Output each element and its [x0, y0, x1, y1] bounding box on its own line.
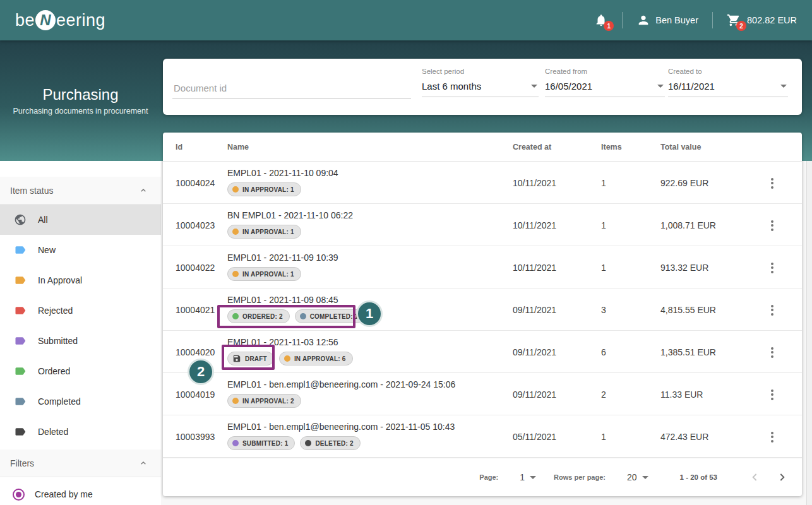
item-status-section-header[interactable]: Item status — [0, 177, 161, 205]
status-chip: IN APPROVAL: 1 — [227, 182, 301, 196]
table-row[interactable]: 10004024 EMPL01 - 2021-11-10 09:04 IN AP… — [163, 162, 802, 204]
row-actions-menu-button[interactable] — [765, 345, 779, 360]
status-dot-icon — [284, 355, 290, 362]
logo-n-icon: N — [35, 10, 56, 30]
page-label: Page: — [479, 473, 498, 481]
document-name: EMPL01 - 2021-11-10 09:04 — [227, 167, 338, 179]
sidebar-status-label: Submitted — [38, 336, 78, 346]
item-status-header-label: Item status — [10, 186, 53, 196]
document-id-cell: 10004022 — [176, 246, 215, 288]
document-name: EMPL01 - 2021-11-09 10:39 — [227, 252, 338, 263]
sidebar-item-completed[interactable]: Completed — [0, 386, 161, 417]
table-row[interactable]: 10004019 EMPL01 - ben.empl1@beneering.co… — [163, 373, 802, 415]
table-row[interactable]: 10003993 EMPL01 - ben.empl1@beneering.co… — [163, 415, 802, 458]
cart-icon-wrap: 2 — [727, 13, 741, 27]
next-page-button[interactable] — [774, 470, 789, 485]
cart-total: 802.82 EUR — [747, 15, 797, 25]
chevron-down-icon — [657, 85, 664, 88]
created-by-me-label: Created by me — [35, 489, 93, 499]
rows-per-page-select[interactable]: 20 — [627, 472, 650, 482]
row-actions-menu-button[interactable] — [765, 218, 779, 233]
items-count-cell: 1 — [601, 204, 606, 246]
row-actions-menu-button[interactable] — [765, 302, 779, 318]
scrollbar[interactable] — [806, 161, 812, 505]
sidebar-item-submitted[interactable]: Submitted — [0, 326, 161, 356]
filter-bar: Select period Last 6 months Created from… — [163, 59, 802, 115]
radio-checked-icon — [13, 489, 25, 501]
document-name: BN EMPL01 - 2021-11-10 06:22 — [227, 210, 353, 221]
total-value-cell: 913.32 EUR — [660, 246, 708, 288]
sidebar-item-new[interactable]: New — [0, 235, 161, 265]
sidebar-status-label: All — [38, 215, 48, 225]
total-value-cell: 1,008.71 EUR — [660, 204, 716, 246]
created-at-cell: 09/11/2021 — [513, 373, 556, 415]
table-header-row: Id Name Created at Items Total value — [163, 133, 802, 162]
sidebar-item-all[interactable]: All — [0, 205, 161, 235]
cart-button[interactable]: 2 802.82 EUR — [727, 13, 797, 27]
table-row[interactable]: 10004022 EMPL01 - 2021-11-09 10:39 IN AP… — [163, 246, 802, 288]
notifications-button[interactable]: 1 — [594, 13, 608, 27]
page-title: Purchasing — [0, 86, 161, 104]
total-value-cell: 1,385.51 EUR — [660, 331, 716, 373]
row-actions-menu-button[interactable] — [765, 260, 779, 275]
logo-text-left: be — [15, 11, 35, 30]
label-icon — [14, 274, 27, 287]
select-period-value: Last 6 months — [422, 81, 531, 92]
label-icon — [14, 365, 27, 377]
total-value-cell: 922.69 EUR — [660, 162, 708, 204]
topbar-divider — [622, 12, 623, 28]
created-at-cell: 09/11/2021 — [513, 288, 556, 331]
row-actions-menu-button[interactable] — [765, 175, 779, 191]
sidebar-item-ordered[interactable]: Ordered — [0, 356, 161, 386]
user-menu-button[interactable]: Ben Buyer — [636, 13, 698, 27]
annotation-badge-1: 1 — [356, 300, 383, 327]
created-from-datepicker[interactable]: Created from 16/05/2021 — [545, 68, 665, 105]
select-period-dropdown[interactable]: Select period Last 6 months — [422, 68, 539, 105]
filters-section-header[interactable]: Filters — [0, 449, 161, 477]
items-count-cell: 2 — [601, 373, 606, 415]
status-chip: IN APPROVAL: 6 — [279, 352, 353, 365]
chevron-left-icon — [749, 471, 761, 484]
document-id-cell: 10004023 — [176, 204, 215, 246]
document-id-cell: 10004021 — [176, 288, 215, 331]
status-filter-list: All New In Approval Rejected Submitted O… — [0, 205, 161, 447]
logo-text-right: eering — [56, 11, 105, 30]
created-at-cell: 05/11/2021 — [513, 415, 556, 458]
status-chips: IN APPROVAL: 1 — [227, 267, 301, 281]
items-count-cell: 3 — [601, 288, 606, 331]
page-select[interactable]: 1 — [520, 472, 537, 482]
topbar-divider — [712, 12, 713, 28]
document-id-cell: 10004024 — [176, 162, 215, 204]
row-actions-menu-button[interactable] — [765, 429, 779, 444]
rows-per-page-label: Rows per page: — [554, 473, 606, 481]
document-name-cell: EMPL01 - 2021-11-10 09:04 IN APPROVAL: 1 — [227, 162, 338, 204]
created-at-cell: 10/11/2021 — [513, 246, 556, 288]
created-by-me-filter[interactable]: Created by me — [0, 482, 161, 505]
table-row[interactable]: 10004023 BN EMPL01 - 2021-11-10 06:22 IN… — [163, 204, 802, 246]
created-to-label: Created to — [668, 68, 788, 75]
rows-per-page-value: 20 — [627, 472, 637, 482]
previous-page-button[interactable] — [748, 470, 763, 485]
sidebar-spacer — [0, 161, 161, 177]
status-dot-icon — [305, 440, 311, 446]
sidebar-item-rejected[interactable]: Rejected — [0, 295, 161, 326]
person-icon — [636, 13, 650, 27]
items-count-cell: 6 — [601, 331, 606, 373]
label-icon — [14, 395, 27, 408]
total-value-cell: 4,815.55 EUR — [660, 288, 716, 331]
sidebar-item-deleted[interactable]: Deleted — [0, 417, 161, 447]
column-header-name: Name — [227, 133, 249, 162]
filters-header-label: Filters — [10, 458, 34, 468]
column-header-created-at: Created at — [513, 133, 551, 162]
created-to-datepicker[interactable]: Created to 16/11/2021 — [668, 68, 788, 105]
row-actions-menu-button[interactable] — [765, 387, 779, 402]
status-dot-icon — [232, 186, 239, 193]
document-id-input[interactable] — [172, 80, 411, 99]
sidebar-item-in-approval[interactable]: In Approval — [0, 265, 161, 295]
app-logo[interactable]: be N eering — [15, 10, 105, 30]
status-chip-label: IN APPROVAL: 1 — [242, 271, 294, 278]
sidebar: Item status All New In Approval Rejected — [0, 161, 161, 505]
status-dot-icon — [232, 271, 239, 277]
document-id-cell: 10003993 — [176, 415, 215, 458]
document-name-cell: EMPL01 - ben.empl1@beneering.com - 2021-… — [227, 373, 455, 415]
